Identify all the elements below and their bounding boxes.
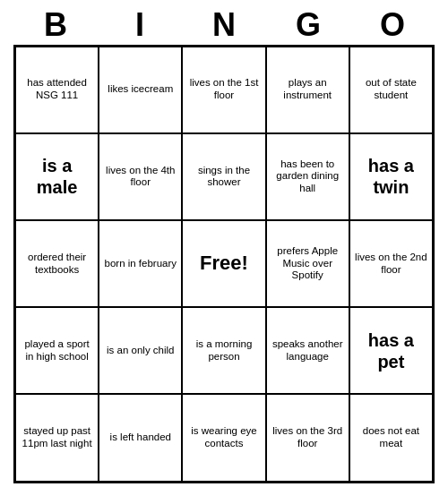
bingo-cell-22: is wearing eye contacts — [182, 394, 265, 481]
bingo-cell-10: ordered their textbooks — [15, 220, 99, 307]
bingo-cell-6: lives on the 4th floor — [99, 133, 182, 220]
bingo-cell-0: has attended NSG 111 — [15, 47, 99, 133]
bingo-cell-16: is an only child — [99, 307, 182, 394]
bingo-cell-23: lives on the 3rd floor — [266, 394, 349, 481]
bingo-letter-o: O — [350, 7, 435, 43]
bingo-cell-24: does not eat meat — [349, 394, 433, 481]
bingo-cell-21: is left handed — [99, 394, 182, 481]
bingo-cell-3: plays an instrument — [266, 47, 349, 133]
bingo-cell-20: stayed up past 11pm last night — [15, 394, 99, 481]
bingo-cell-15: played a sport in high school — [15, 307, 99, 394]
bingo-cell-14: lives on the 2nd floor — [349, 220, 433, 307]
bingo-cell-4: out of state student — [349, 47, 433, 133]
bingo-header: BINGO — [13, 7, 435, 43]
bingo-letter-i: I — [98, 7, 182, 43]
bingo-grid: has attended NSG 111likes icecreamlives … — [13, 45, 435, 483]
bingo-cell-7: sings in the shower — [182, 133, 265, 220]
bingo-cell-9: has a twin — [349, 133, 433, 220]
bingo-cell-11: born in february — [99, 220, 182, 307]
bingo-cell-18: speaks another language — [266, 307, 349, 394]
bingo-cell-12: Free! — [182, 220, 265, 307]
bingo-cell-8: has been to garden dining hall — [266, 133, 349, 220]
bingo-letter-n: N — [182, 7, 266, 43]
bingo-cell-2: lives on the 1st floor — [182, 47, 265, 133]
bingo-cell-13: prefers Apple Music over Spotify — [266, 220, 349, 307]
bingo-letter-g: G — [266, 7, 350, 43]
bingo-cell-17: is a morning person — [182, 307, 265, 394]
bingo-cell-5: is a male — [15, 133, 99, 220]
bingo-cell-19: has a pet — [349, 307, 433, 394]
bingo-letter-b: B — [13, 7, 98, 43]
bingo-cell-1: likes icecream — [99, 47, 182, 133]
